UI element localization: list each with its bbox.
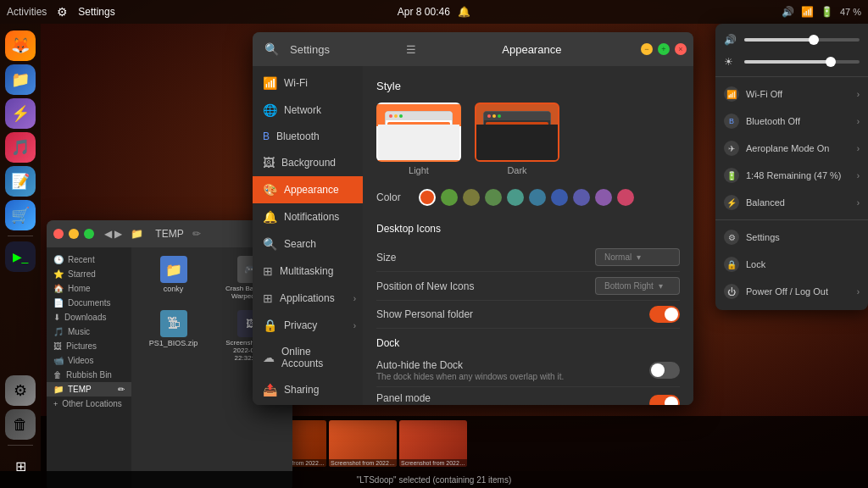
- dock-icon-trash[interactable]: 🗑: [5, 409, 36, 440]
- fm-file-conky[interactable]: 📁 conky: [136, 252, 210, 303]
- autohide-label: Auto-hide the Dock: [376, 359, 564, 371]
- fm-min-button[interactable]: [69, 229, 79, 239]
- style-dark-thumb[interactable]: [475, 103, 559, 162]
- dock-section-label: Dock: [376, 337, 680, 349]
- volume-slider-row: 🔊: [715, 29, 868, 51]
- dock-icon-firefox[interactable]: 🦊: [5, 30, 36, 61]
- ts-thumb-6[interactable]: Screenshot from 2022-03-30 22:37:58...: [399, 420, 467, 467]
- activities-button[interactable]: Activities: [7, 6, 47, 18]
- nav-sharing[interactable]: 📤Sharing: [253, 376, 363, 403]
- qs-bluetooth-icon: B: [724, 114, 739, 129]
- dock-icon-files[interactable]: 📁: [5, 64, 36, 95]
- settings-search-button[interactable]: 🔍: [259, 37, 283, 61]
- position-dropdown[interactable]: Bottom Right ▾: [595, 277, 680, 295]
- volume-slider[interactable]: [744, 38, 860, 42]
- qs-wifi[interactable]: 📶 Wi-Fi Off ›: [715, 80, 868, 108]
- dock-icon-texteditor[interactable]: 📝: [5, 166, 36, 197]
- nav-bluetooth[interactable]: BBluetooth: [253, 124, 363, 149]
- color-swatch-teal2[interactable]: [529, 189, 546, 206]
- fm-close-button[interactable]: [53, 229, 64, 239]
- fm-file-ps1bios[interactable]: 🗜 PS1_BIOS.zip: [136, 307, 210, 365]
- sound-icon[interactable]: 🔊: [782, 6, 794, 18]
- dock-icon-thunderbird[interactable]: ⚡: [5, 98, 36, 129]
- settings-close-button[interactable]: ×: [675, 43, 687, 55]
- qs-bluetooth[interactable]: B Bluetooth Off ›: [715, 108, 868, 135]
- settings-maximize-button[interactable]: +: [658, 43, 670, 55]
- settings-minimize-button[interactable]: −: [641, 43, 653, 55]
- fm-sidebar-downloads[interactable]: ⬇Downloads: [47, 310, 131, 324]
- fm-sidebar-otherlocations[interactable]: +Other Locations: [47, 396, 131, 411]
- panel-mode-toggle[interactable]: [649, 395, 680, 405]
- fm-sidebar-recent[interactable]: 🕒Recent: [47, 252, 131, 267]
- battery-icon[interactable]: 🔋: [821, 6, 833, 18]
- panel-mode-row: Panel mode The dock extends to the scree…: [376, 387, 680, 405]
- nav-applications[interactable]: ⊞Applications ›: [253, 285, 363, 312]
- fm-sidebar-rubbish[interactable]: 🗑Rubbish Bin: [47, 368, 131, 382]
- qs-power-mode-label: Balanced: [746, 197, 785, 208]
- fm-sidebar-pictures[interactable]: 🖼Pictures: [47, 339, 131, 353]
- dock-separator-2: [8, 445, 33, 446]
- autohide-row: Auto-hide the Dock The dock hides when a…: [376, 354, 680, 387]
- nav-network[interactable]: 🌐Network: [253, 97, 363, 124]
- color-swatch-purple2[interactable]: [595, 189, 612, 206]
- nav-sound[interactable]: 🔊Sound: [253, 403, 363, 405]
- nav-search[interactable]: 🔍Search: [253, 230, 363, 258]
- autohide-desc: The dock hides when any windows overlap …: [376, 372, 564, 381]
- fm-sidebar-temp[interactable]: 📁TEMP✏: [47, 382, 131, 396]
- brightness-icon: ☀: [724, 56, 737, 68]
- qs-lock-label: Lock: [746, 259, 765, 269]
- network-icon[interactable]: 📶: [801, 6, 814, 18]
- size-row: Size Normal ▾: [376, 243, 680, 272]
- nav-wifi[interactable]: 📶Wi-Fi: [253, 69, 363, 97]
- size-value: Normal: [604, 252, 632, 262]
- qs-bluetooth-label: Bluetooth Off: [746, 116, 800, 126]
- color-swatch-blue1[interactable]: [551, 189, 568, 206]
- color-swatch-pink[interactable]: [617, 189, 634, 206]
- qs-power-mode[interactable]: ⚡ Balanced ›: [715, 189, 868, 216]
- color-swatch-purple1[interactable]: [573, 189, 590, 206]
- dock-icon-rhythmbox[interactable]: 🎵: [5, 132, 36, 163]
- nav-notifications[interactable]: 🔔Notifications: [253, 203, 363, 230]
- dock-icon-settings[interactable]: ⚙: [5, 375, 36, 406]
- settings-nav-title: Settings: [283, 43, 399, 56]
- dock-icon-appstore[interactable]: 🛒: [5, 200, 36, 230]
- fm-sidebar-home[interactable]: 🏠Home: [47, 281, 131, 296]
- fm-max-button[interactable]: [84, 229, 94, 239]
- style-dark-option[interactable]: Dark: [475, 103, 559, 175]
- color-swatch-teal1[interactable]: [507, 189, 524, 206]
- style-light-option[interactable]: Light: [376, 103, 461, 175]
- color-swatch-olive[interactable]: [463, 189, 480, 206]
- personal-folder-toggle[interactable]: [649, 306, 680, 323]
- style-light-thumb[interactable]: [376, 103, 461, 162]
- fm-sidebar-videos[interactable]: 📹Videos: [47, 353, 131, 368]
- fm-sidebar-music[interactable]: 🎵Music: [47, 324, 131, 339]
- qs-poweroff-arrow: ›: [857, 287, 860, 297]
- qs-airplane[interactable]: ✈ Aeroplane Mode On ›: [715, 135, 868, 162]
- qs-battery[interactable]: 🔋 1:48 Remaining (47 %) ›: [715, 162, 868, 189]
- color-swatch-green1[interactable]: [441, 189, 458, 206]
- color-swatch-orange[interactable]: [419, 189, 436, 206]
- nav-background[interactable]: 🖼Background: [253, 149, 363, 176]
- qs-wifi-arrow: ›: [857, 90, 860, 99]
- topbar: Activities ⚙ Settings Apr 8 00:46 🔔 🔊 📶 …: [0, 0, 868, 24]
- brightness-slider[interactable]: [744, 60, 860, 64]
- fm-sidebar-starred[interactable]: ⭐Starred: [47, 267, 131, 281]
- autohide-toggle[interactable]: [649, 362, 680, 379]
- dock-icon-terminal[interactable]: ▶_: [5, 241, 36, 272]
- nav-privacy[interactable]: 🔒Privacy ›: [253, 312, 363, 339]
- qs-settings[interactable]: ⚙ Settings: [715, 224, 868, 251]
- nav-online-accounts[interactable]: ☁Online Accounts: [253, 339, 363, 376]
- size-dropdown[interactable]: Normal ▾: [595, 248, 680, 266]
- settings-menu-button[interactable]: ☰: [399, 37, 423, 61]
- ts-thumb-5[interactable]: Screenshot from 2022-03-30 22:37:41...: [329, 420, 397, 467]
- fm-sidebar-documents[interactable]: 📄Documents: [47, 296, 131, 310]
- nav-multitasking[interactable]: ⊞Multitasking: [253, 258, 363, 285]
- qs-wifi-label: Wi-Fi Off: [746, 89, 782, 99]
- style-options: Light: [376, 103, 680, 175]
- qs-poweroff[interactable]: ⏻ Power Off / Log Out ›: [715, 278, 868, 305]
- nav-appearance[interactable]: 🎨Appearance: [253, 176, 363, 203]
- color-swatches: [419, 189, 634, 206]
- ts-label-6: Screenshot from 2022-03-30 22:37:58...: [399, 459, 467, 467]
- color-swatch-green2[interactable]: [485, 189, 502, 206]
- qs-lock[interactable]: 🔒 Lock: [715, 251, 868, 278]
